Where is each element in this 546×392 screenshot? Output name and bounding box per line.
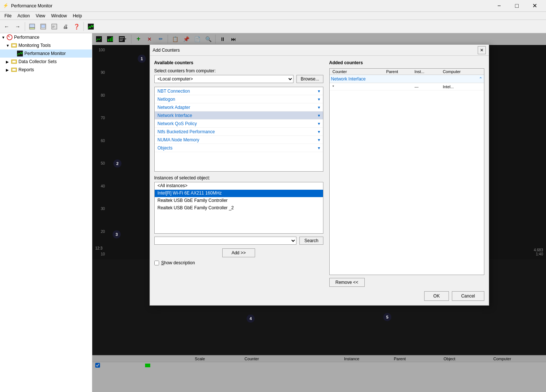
search-row: Search [154,237,323,245]
select-counters-label: Select counters from computer: [154,68,323,73]
toolbar-print[interactable]: 🖨 [60,21,71,32]
minimize-button[interactable]: − [491,0,508,12]
browse-button[interactable]: Browse... [296,75,323,83]
content-area: + ✕ ✏ 📋 📌 📄 🔍 ⏸ ⏭ 100 90 80 70 60 50 40 … [92,33,546,392]
sidebar-label-datacollector: Data Collector Sets [18,59,56,64]
computer-select[interactable]: <Local computer> [154,75,294,83]
instance-realtek-1[interactable]: Realtek USB GbE Family Controller [155,197,323,204]
cancel-button[interactable]: Cancel [452,291,484,301]
sidebar-label-monitoring: Monitoring Tools [18,43,51,48]
svg-rect-13 [12,61,16,63]
sidebar-item-data-collector[interactable]: ▶ Data Collector Sets [0,58,92,66]
sidebar: ▼ Performance ▼ Monitoring Tools ▶ Perfo… [0,33,92,392]
toolbar-perf[interactable] [86,21,96,32]
sidebar-item-performance[interactable]: ▼ Performance [0,33,92,41]
counter-item-network-adapter[interactable]: Network Adapter ▾ [155,103,323,111]
toolbar-sep-1 [25,22,25,31]
dialog-close-button[interactable]: ✕ [478,46,486,54]
remove-button[interactable]: Remove << [329,278,365,287]
counter-item-nbt[interactable]: NBT Connection ▾ [155,87,323,95]
counter-list[interactable]: NBT Connection ▾ Netlogon ▾ Network Adap… [154,87,323,172]
instances-label: Instances of selected object: [154,175,323,180]
counter-item-numa[interactable]: NUMA Node Memory ▾ [155,136,323,144]
add-button-row: Add >> [154,248,323,257]
instance-all[interactable]: <All instances> [155,182,323,190]
dialog-title-bar: Add Counters ✕ [150,45,489,56]
search-button[interactable]: Search [299,237,323,245]
svg-text:P: P [52,25,55,29]
search-select[interactable] [154,237,297,245]
dialog-title: Add Counters [153,48,478,53]
table-body: Network Interface ⌃ * --- Intel... [330,75,484,90]
app-title: Performance Monitor [11,3,491,8]
menu-window[interactable]: Window [48,13,70,19]
expand-arrow-monitoring: ▼ [6,44,10,48]
toolbar-properties[interactable]: P [49,21,59,32]
performance-monitor-icon [17,51,23,56]
menu-help[interactable]: Help [70,13,85,19]
maximize-button[interactable]: □ [508,0,525,12]
show-description-label[interactable]: Show description [161,260,195,265]
monitoring-tools-icon [11,42,17,48]
counter-item-network-interface[interactable]: Network Interface ▾ [155,111,323,120]
show-description-checkbox[interactable] [154,261,159,265]
menu-bar: File Action View Window Help [0,12,546,20]
table-header: Counter Parent Inst... Computer [330,69,484,75]
svg-rect-10 [12,44,16,47]
header-computer: Computer [441,69,482,74]
menu-action[interactable]: Action [14,13,32,19]
header-inst: Inst... [413,69,442,74]
right-panel: Added counters Counter Parent Inst... Co… [329,60,484,287]
app-icon: ⚡ [3,3,9,9]
left-panel: Available counters Select counters from … [154,60,323,287]
sidebar-item-reports[interactable]: ▶ Reports [0,66,92,74]
instance-intel-wifi[interactable]: Intel[R] Wi-Fi 6E AX211 160MHz [155,190,323,197]
performance-icon [7,34,13,40]
title-bar: ⚡ Performance Monitor − □ ✕ [0,0,546,12]
counter-item-objects[interactable]: Objects ▾ [155,144,323,152]
dialog-footer: OK Cancel [150,291,489,305]
reports-icon [11,67,17,73]
expand-arrow-reports: ▶ [6,68,10,72]
svg-rect-0 [30,24,35,28]
modal-backdrop: Add Counters ✕ Available counters Select… [92,33,546,392]
main-layout: ▼ Performance ▼ Monitoring Tools ▶ Perfo… [0,33,546,392]
sidebar-item-performance-monitor[interactable]: ▶ Performance Monitor [0,49,92,58]
sidebar-label-performance: Performance [14,35,40,40]
toolbar-back[interactable]: ← [1,21,12,32]
toolbar-help[interactable]: ❓ [71,21,82,32]
show-description-row: Show description [154,260,323,265]
added-counters-table: Counter Parent Inst... Computer Network … [329,68,484,275]
svg-rect-1 [30,28,35,29]
header-counter: Counter [331,69,385,74]
add-counters-dialog: Add Counters ✕ Available counters Select… [150,44,489,306]
available-counters-title: Available counters [154,60,323,65]
toolbar-show-hide[interactable] [38,21,48,32]
added-counters-title: Added counters [329,60,484,65]
menu-view[interactable]: View [33,13,48,19]
toolbar-forward[interactable]: → [13,21,23,32]
add-button[interactable]: Add >> [222,248,255,257]
table-row[interactable]: * --- Intel... [330,83,484,90]
group-network-interface[interactable]: Network Interface ⌃ [330,75,484,83]
data-collector-icon [11,59,17,65]
counter-item-netlogon[interactable]: Netlogon ▾ [155,95,323,103]
dialog-body: Available counters Select counters from … [150,56,489,291]
svg-rect-3 [41,25,45,28]
computer-select-row: <Local computer> Browse... [154,75,323,83]
close-button[interactable]: ✕ [526,0,543,12]
sidebar-label-perfmon: Performance Monitor [24,51,66,56]
sidebar-label-reports: Reports [18,67,34,72]
counter-item-network-qos[interactable]: Network QoS Policy ▾ [155,120,323,128]
window-controls: − □ ✕ [491,0,543,12]
instance-realtek-2[interactable]: Realtek USB GbE Family Controller _2 [155,204,323,212]
counter-item-ntfs[interactable]: Ntfs Bucketized Performance ▾ [155,128,323,136]
instances-list[interactable]: <All instances> Intel[R] Wi-Fi 6E AX211 … [154,182,323,234]
sidebar-item-monitoring-tools[interactable]: ▼ Monitoring Tools [0,41,92,49]
expand-arrow-performance: ▼ [1,35,6,39]
toolbar-up[interactable] [27,21,37,32]
menu-file[interactable]: File [1,13,14,19]
expand-arrow-datacollector: ▶ [6,60,10,64]
remove-button-row: Remove << [329,278,484,287]
ok-button[interactable]: OK [424,291,449,301]
